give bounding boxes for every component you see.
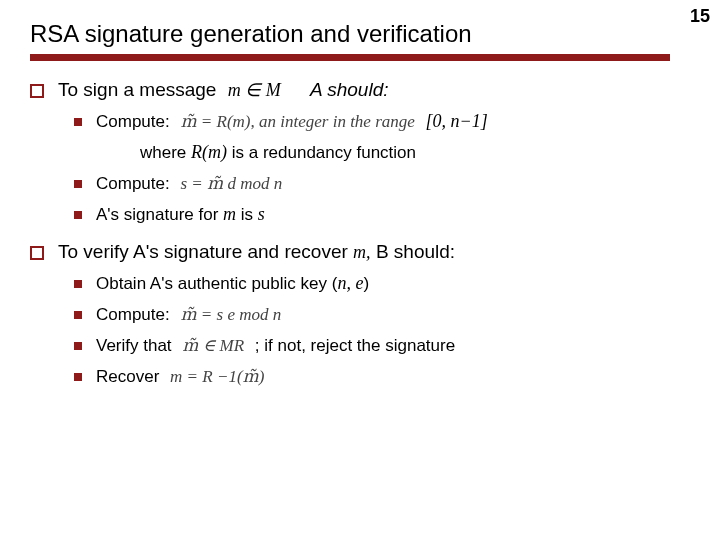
verify-item4-formula: m = R −1(m̃) <box>170 367 264 386</box>
sign-intro-math: m ∈ M <box>228 80 281 100</box>
page-number: 15 <box>690 6 710 27</box>
sign-item-1: Compute: m̃ = R(m), an integer in the ra… <box>74 111 690 132</box>
verify-item1-suffix: ) <box>363 274 369 293</box>
sign-item3-m: m <box>223 204 236 224</box>
bullet-open-icon <box>30 246 44 260</box>
verify-heading: To verify A's signature and recover m, B… <box>30 241 690 263</box>
page-title: RSA signature generation and verificatio… <box>30 20 690 48</box>
sign-item1-formula: m̃ = R(m), an integer in the range <box>180 112 414 131</box>
verify-item-2: Compute: m̃ = s e mod n <box>74 304 690 325</box>
verify-item4-label: Recover <box>96 367 159 386</box>
sign-item3-s: s <box>258 204 265 224</box>
verify-item2-label: Compute: <box>96 305 170 324</box>
verify-intro-suffix: B should: <box>371 241 456 262</box>
bullet-fill-icon <box>74 180 82 188</box>
bullet-open-icon <box>30 84 44 98</box>
sign-item2-formula: s = m̃ d mod n <box>180 174 282 193</box>
bullet-fill-icon <box>74 373 82 381</box>
verify-item-4: Recover m = R −1(m̃) <box>74 366 690 387</box>
bullet-fill-icon <box>74 280 82 288</box>
sign-item3-mid: is <box>236 205 258 224</box>
sign-item1-cont-suffix: is a redundancy function <box>227 143 416 162</box>
sign-item2-label: Compute: <box>96 174 170 193</box>
sign-intro-prefix: To sign a message <box>58 79 216 100</box>
sign-heading: To sign a message m ∈ M A should: <box>30 79 690 101</box>
sign-item1-label: Compute: <box>96 112 170 131</box>
sign-item1-range: [0, n−1] <box>426 111 488 131</box>
verify-item2-formula: m̃ = s e mod n <box>180 305 281 324</box>
verify-item1-ne: n, e <box>337 273 363 293</box>
title-rule <box>30 54 670 61</box>
bullet-fill-icon <box>74 118 82 126</box>
verify-intro-m: m, <box>353 242 371 262</box>
sign-item1-cont-prefix: where <box>140 143 191 162</box>
sign-item-2: Compute: s = m̃ d mod n <box>74 173 690 194</box>
bullet-fill-icon <box>74 311 82 319</box>
verify-item-1: Obtain A's authentic public key (n, e) <box>74 273 690 294</box>
verify-item3-label: Verify that <box>96 336 172 355</box>
bullet-fill-icon <box>74 211 82 219</box>
sign-intro-suffix: A should: <box>310 79 389 100</box>
verify-item-3: Verify that m̃ ∈ MR ; if not, reject the… <box>74 335 690 356</box>
sign-item3-prefix: A's signature for <box>96 205 223 224</box>
sign-item1-cont-math: R(m) <box>191 142 227 162</box>
bullet-fill-icon <box>74 342 82 350</box>
verify-item3-suffix: ; if not, reject the signature <box>255 336 455 355</box>
verify-item1-prefix: Obtain A's authentic public key ( <box>96 274 337 293</box>
verify-intro-prefix: To verify A's signature and recover <box>58 241 353 262</box>
verify-item3-formula: m̃ ∈ MR <box>182 336 244 355</box>
sign-item1-cont: where R(m) is a redundancy function <box>140 142 690 163</box>
sign-item-3: A's signature for m is s <box>74 204 690 225</box>
